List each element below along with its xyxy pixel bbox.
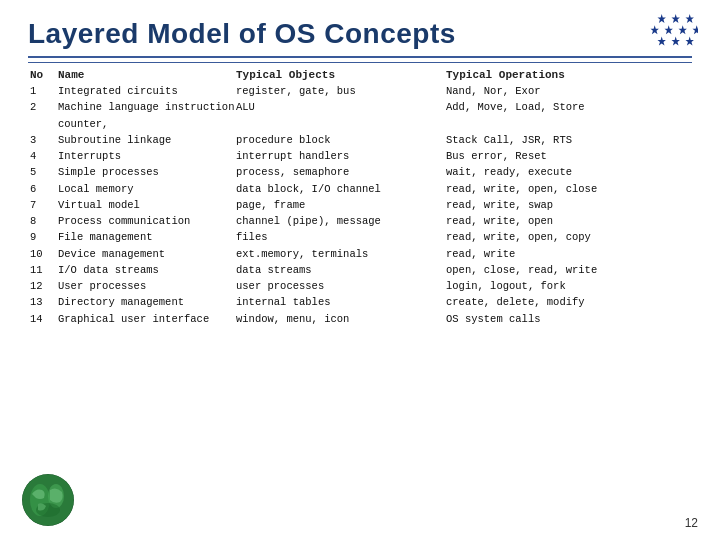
table-row: 9 File management files read, write, ope…	[28, 229, 692, 245]
svg-marker-2	[686, 14, 694, 23]
globe-icon	[22, 474, 74, 526]
svg-marker-1	[672, 14, 680, 23]
cell-ops: wait, ready, execute	[446, 164, 692, 180]
table-row: 10 Device management ext.memory, termina…	[28, 246, 692, 262]
cell-name: Local memory	[58, 181, 236, 197]
cell-obj: ext.memory, terminals	[236, 246, 446, 262]
table-row: 1 Integrated circuits register, gate, bu…	[28, 83, 692, 99]
table-row: 11 I/O data streams data streams open, c…	[28, 262, 692, 278]
cell-name: Machine language instruction counter,	[58, 99, 236, 132]
table-row: 12 User processes user processes login, …	[28, 278, 692, 294]
slide-title: Layered Model of OS Concepts	[28, 18, 692, 50]
cell-ops: open, close, read, write	[446, 262, 692, 278]
table-row: 14 Graphical user interface window, menu…	[28, 311, 692, 327]
header-ops: Typical Operations	[446, 69, 692, 81]
cell-obj: process, semaphore	[236, 164, 446, 180]
table-row: 13 Directory management internal tables …	[28, 294, 692, 310]
cell-obj: procedure block	[236, 132, 446, 148]
cell-obj: files	[236, 229, 446, 245]
cell-obj: register, gate, bus	[236, 83, 446, 99]
bottom-divider	[28, 62, 692, 63]
svg-marker-5	[679, 25, 687, 34]
svg-marker-0	[658, 14, 666, 23]
cell-ops: create, delete, modify	[446, 294, 692, 310]
table-header: No Name Typical Objects Typical Operatio…	[28, 69, 692, 81]
cell-obj: window, menu, icon	[236, 311, 446, 327]
table-row: 2 Machine language instruction counter, …	[28, 99, 692, 132]
cell-name: Graphical user interface	[58, 311, 236, 327]
cell-ops: Nand, Nor, Exor	[446, 83, 692, 99]
slide: Layered Model of OS Concepts No Name Typ…	[0, 0, 720, 540]
table-row: 8 Process communication channel (pipe), …	[28, 213, 692, 229]
cell-name: Virtual model	[58, 197, 236, 213]
table-row: 3 Subroutine linkage procedure block Sta…	[28, 132, 692, 148]
cell-name: Interrupts	[58, 148, 236, 164]
eu-stars-icon	[626, 14, 698, 69]
cell-ops: Stack Call, JSR, RTS	[446, 132, 692, 148]
cell-obj: interrupt handlers	[236, 148, 446, 164]
cell-obj: internal tables	[236, 294, 446, 310]
svg-marker-3	[651, 25, 659, 34]
cell-no: 8	[30, 213, 58, 229]
page-number: 12	[685, 516, 698, 530]
cell-ops: read, write, open, close	[446, 181, 692, 197]
cell-name: Simple processes	[58, 164, 236, 180]
cell-name: Process communication	[58, 213, 236, 229]
cell-no: 9	[30, 229, 58, 245]
cell-ops: read, write	[446, 246, 692, 262]
cell-obj: user processes	[236, 278, 446, 294]
cell-no: 1	[30, 83, 58, 99]
cell-no: 7	[30, 197, 58, 213]
cell-name: Device management	[58, 246, 236, 262]
cell-no: 2	[30, 99, 58, 132]
cell-obj: channel (pipe), message	[236, 213, 446, 229]
cell-ops: Bus error, Reset	[446, 148, 692, 164]
table-row: 7 Virtual model page, frame read, write,…	[28, 197, 692, 213]
cell-name: I/O data streams	[58, 262, 236, 278]
cell-ops: read, write, swap	[446, 197, 692, 213]
cell-name: File management	[58, 229, 236, 245]
svg-marker-8	[672, 36, 680, 45]
cell-obj: data streams	[236, 262, 446, 278]
table-row: 4 Interrupts interrupt handlers Bus erro…	[28, 148, 692, 164]
table-body: 1 Integrated circuits register, gate, bu…	[28, 83, 692, 327]
cell-ops: read, write, open	[446, 213, 692, 229]
cell-no: 13	[30, 294, 58, 310]
svg-marker-6	[693, 25, 699, 34]
cell-obj: data block, I/O channel	[236, 181, 446, 197]
cell-ops: OS system calls	[446, 311, 692, 327]
header-name: Name	[58, 69, 236, 81]
cell-no: 10	[30, 246, 58, 262]
cell-ops: login, logout, fork	[446, 278, 692, 294]
cell-no: 12	[30, 278, 58, 294]
svg-marker-9	[686, 36, 694, 45]
cell-name: User processes	[58, 278, 236, 294]
cell-no: 6	[30, 181, 58, 197]
table-row: 5 Simple processes process, semaphore wa…	[28, 164, 692, 180]
top-divider	[28, 56, 692, 58]
svg-marker-4	[665, 25, 673, 34]
cell-ops: read, write, open, copy	[446, 229, 692, 245]
svg-marker-7	[658, 36, 666, 45]
cell-no: 11	[30, 262, 58, 278]
table-row: 6 Local memory data block, I/O channel r…	[28, 181, 692, 197]
cell-no: 4	[30, 148, 58, 164]
header-no: No	[30, 69, 58, 81]
cell-no: 14	[30, 311, 58, 327]
cell-name: Subroutine linkage	[58, 132, 236, 148]
cell-ops: Add, Move, Load, Store	[446, 99, 692, 132]
cell-obj: page, frame	[236, 197, 446, 213]
cell-name: Integrated circuits	[58, 83, 236, 99]
header-obj: Typical Objects	[236, 69, 446, 81]
cell-no: 5	[30, 164, 58, 180]
cell-name: Directory management	[58, 294, 236, 310]
cell-no: 3	[30, 132, 58, 148]
cell-obj: ALU	[236, 99, 446, 132]
